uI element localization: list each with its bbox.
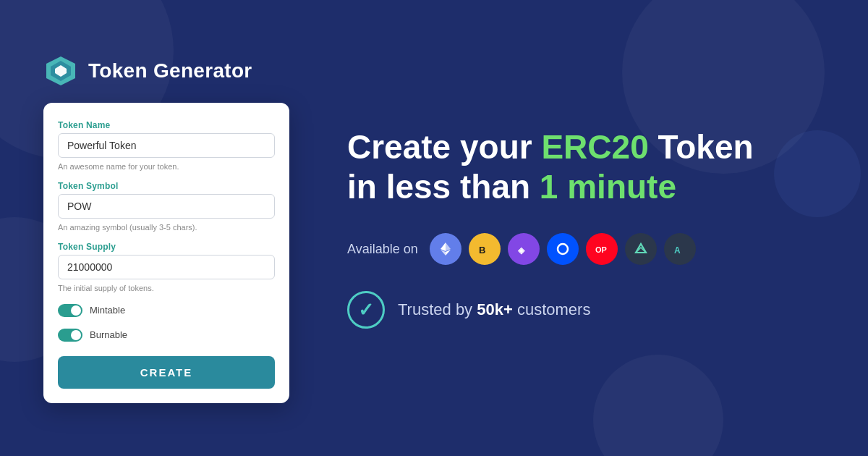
check-circle: ✓ xyxy=(347,291,385,329)
headline-line2: in less than 1 minute xyxy=(347,167,825,207)
svg-point-9 xyxy=(558,244,568,254)
svg-text:OP: OP xyxy=(595,245,607,254)
mintable-toggle-row: Mintable xyxy=(58,304,275,317)
headline-line1: Create your ERC20 Token xyxy=(347,127,825,167)
available-label: Available on xyxy=(347,242,418,257)
trusted-pre: Trusted by xyxy=(398,300,477,318)
chain-avalanche xyxy=(625,233,657,265)
logo-icon xyxy=(43,54,78,88)
trusted-post: customers xyxy=(513,300,591,318)
chain-arbitrum: A xyxy=(664,233,696,265)
trusted-text: Trusted by 50k+ customers xyxy=(398,300,590,319)
chain-base xyxy=(547,233,579,265)
chain-polygon: ◈ xyxy=(508,233,540,265)
token-name-label: Token Name xyxy=(58,120,275,130)
chain-ethereum xyxy=(430,233,461,265)
headline-pre2: in less than xyxy=(347,168,540,206)
logo-title: Token Generator xyxy=(88,59,252,83)
chain-optimism: OP xyxy=(586,233,618,265)
trusted-highlight: 50k+ xyxy=(477,300,513,318)
headline: Create your ERC20 Token in less than 1 m… xyxy=(347,127,825,207)
svg-text:◈: ◈ xyxy=(517,245,525,256)
token-name-hint: An awesome name for your token. xyxy=(58,162,275,171)
headline-post1: Token xyxy=(649,128,754,166)
token-symbol-input[interactable] xyxy=(58,194,275,219)
token-supply-label: Token Supply xyxy=(58,242,275,252)
headline-accent1: ERC20 xyxy=(541,128,648,166)
headline-accent2: 1 minute xyxy=(540,168,676,206)
token-supply-hint: The initial supply of tokens. xyxy=(58,284,275,292)
chain-icons: B ◈ OP A xyxy=(430,233,696,265)
svg-marker-3 xyxy=(446,242,451,251)
left-panel: Token Generator Token Name An awesome na… xyxy=(43,54,289,403)
burnable-toggle-row: Burnable xyxy=(58,329,275,342)
token-supply-group: Token Supply The initial supply of token… xyxy=(58,242,275,292)
svg-text:A: A xyxy=(674,245,681,256)
token-symbol-hint: An amazing symbol (usually 3-5 chars). xyxy=(58,223,275,232)
form-card: Token Name An awesome name for your toke… xyxy=(43,103,289,403)
headline-pre1: Create your xyxy=(347,128,541,166)
svg-text:B: B xyxy=(479,245,485,256)
mintable-label: Mintable xyxy=(90,305,125,316)
create-button[interactable]: CREATE xyxy=(58,356,275,389)
burnable-toggle[interactable] xyxy=(58,329,82,342)
check-mark-icon: ✓ xyxy=(358,299,374,321)
logo-row: Token Generator xyxy=(43,54,289,88)
mintable-toggle[interactable] xyxy=(58,304,82,317)
available-row: Available on B ◈ OP xyxy=(347,233,825,265)
chain-bnb: B xyxy=(469,233,501,265)
page-container: Token Generator Token Name An awesome na… xyxy=(0,0,868,456)
right-panel: Create your ERC20 Token in less than 1 m… xyxy=(333,127,825,329)
svg-marker-4 xyxy=(441,242,446,251)
token-name-input[interactable] xyxy=(58,133,275,158)
burnable-label: Burnable xyxy=(90,329,127,340)
token-name-group: Token Name An awesome name for your toke… xyxy=(58,120,275,171)
token-symbol-label: Token Symbol xyxy=(58,181,275,191)
trusted-row: ✓ Trusted by 50k+ customers xyxy=(347,291,825,329)
token-symbol-group: Token Symbol An amazing symbol (usually … xyxy=(58,181,275,232)
token-supply-input[interactable] xyxy=(58,255,275,279)
